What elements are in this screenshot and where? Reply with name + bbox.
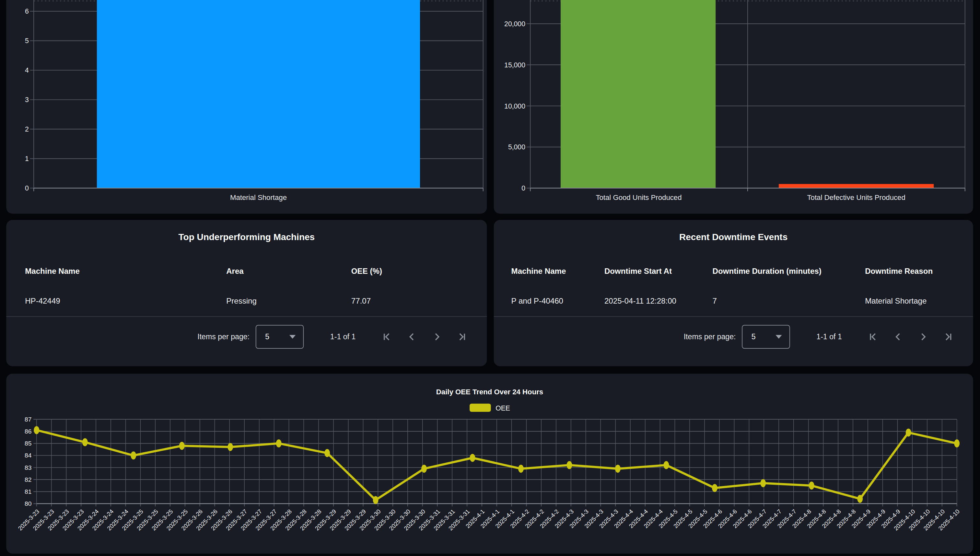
last-page-button[interactable]	[454, 329, 469, 344]
first-page-icon	[867, 330, 880, 343]
chevron-right-icon	[431, 330, 443, 343]
cell-downtime-duration: 7	[713, 297, 717, 305]
items-per-page-select[interactable]: 5	[256, 325, 304, 349]
chevron-down-icon	[776, 335, 782, 339]
items-per-page-value: 5	[265, 333, 269, 341]
first-page-button[interactable]	[380, 329, 395, 344]
oee-point[interactable]	[131, 451, 136, 459]
chevron-left-icon	[892, 330, 904, 343]
oee-point[interactable]	[470, 454, 475, 462]
col-header-downtime-duration: Downtime Duration (minutes)	[713, 267, 822, 275]
next-page-button[interactable]	[429, 329, 444, 344]
x-category-label-defective-units: Total Defective Units Produced	[748, 194, 965, 201]
svg-text:15,000: 15,000	[504, 61, 525, 69]
units-produced-chart: 05,00010,00015,00020,000	[494, 0, 973, 214]
previous-page-button[interactable]	[404, 329, 419, 344]
oee-point[interactable]	[615, 465, 621, 473]
page-range-label: 1-1 of 1	[816, 333, 842, 341]
oee-point[interactable]	[228, 443, 233, 451]
svg-text:0: 0	[521, 184, 525, 192]
oee-point[interactable]	[421, 465, 427, 473]
oee-point[interactable]	[276, 440, 281, 448]
x-category-label-good-units: Total Good Units Produced	[530, 194, 747, 201]
bar-material-shortage[interactable]	[97, 0, 420, 188]
last-page-icon	[942, 330, 954, 343]
svg-text:80: 80	[24, 500, 31, 507]
svg-text:85: 85	[24, 440, 31, 447]
cell-machine-name: HP-42449	[25, 297, 60, 305]
cell-oee: 77.07	[351, 297, 371, 305]
panel-recent-downtime-events: Recent Downtime Events Machine Name Down…	[494, 220, 973, 366]
first-page-button[interactable]	[865, 329, 880, 344]
oee-point[interactable]	[663, 461, 669, 469]
oee-point[interactable]	[179, 442, 185, 450]
table-title: Top Underperforming Machines	[6, 232, 487, 242]
panel-top-underperforming-machines: Top Underperforming Machines Machine Nam…	[6, 220, 487, 366]
next-page-button[interactable]	[915, 329, 930, 344]
oee-point[interactable]	[82, 438, 88, 446]
cell-downtime-start: 2025-04-11 12:28:00	[605, 297, 676, 305]
paginator: Items per page: 5 1-1 of 1	[197, 324, 469, 349]
svg-text:3: 3	[25, 96, 29, 103]
svg-text:5: 5	[25, 37, 29, 44]
svg-text:1: 1	[25, 155, 29, 162]
svg-text:20,000: 20,000	[504, 20, 525, 27]
oee-point[interactable]	[857, 495, 863, 503]
paginator-nav	[369, 329, 470, 344]
col-header-oee: OEE (%)	[351, 267, 382, 275]
svg-text:5,000: 5,000	[508, 143, 525, 151]
svg-text:2: 2	[25, 125, 29, 133]
svg-text:84: 84	[24, 452, 32, 459]
svg-text:0: 0	[25, 184, 29, 192]
first-page-icon	[380, 330, 393, 343]
col-header-downtime-start: Downtime Start At	[605, 267, 672, 275]
oee-point[interactable]	[954, 440, 960, 448]
x-category-label: Material Shortage	[34, 194, 483, 201]
downtime-by-reason-chart: 0123456	[6, 0, 487, 214]
chevron-left-icon	[406, 330, 418, 343]
row-divider	[6, 316, 487, 317]
col-header-downtime-reason: Downtime Reason	[865, 267, 933, 275]
oee-point[interactable]	[373, 496, 378, 504]
svg-text:6: 6	[25, 8, 29, 15]
oee-point[interactable]	[760, 479, 766, 487]
oee-point[interactable]	[906, 429, 911, 437]
bar-total-good-units[interactable]	[561, 0, 716, 188]
daily-oee-trend-chart: 80818283848586872025-3-232025-3-232025-3…	[6, 373, 973, 553]
items-per-page-label: Items per page:	[684, 333, 736, 341]
oee-point[interactable]	[34, 426, 39, 434]
oee-point[interactable]	[566, 461, 572, 469]
svg-text:82: 82	[24, 476, 31, 483]
last-page-button[interactable]	[940, 329, 956, 344]
cell-downtime-reason: Material Shortage	[865, 297, 927, 305]
items-per-page-label: Items per page:	[197, 333, 249, 341]
items-per-page-value: 5	[752, 333, 756, 341]
svg-text:87: 87	[24, 416, 31, 423]
svg-text:10,000: 10,000	[504, 102, 525, 110]
dashboard: 0123456 Material Shortage 05,00010,00015…	[0, 0, 980, 556]
oee-point[interactable]	[518, 465, 524, 473]
items-per-page-select[interactable]: 5	[742, 325, 791, 349]
bar-total-defective-units[interactable]	[779, 184, 934, 188]
last-page-icon	[456, 330, 468, 343]
col-header-machine-name: Machine Name	[25, 267, 80, 275]
paginator-nav	[855, 329, 956, 344]
previous-page-button[interactable]	[891, 329, 906, 344]
x-axis-labels: 2025-3-232025-3-232025-3-232025-3-232025…	[16, 508, 961, 532]
svg-text:81: 81	[24, 488, 31, 495]
oee-point[interactable]	[712, 484, 718, 492]
row-divider	[494, 316, 973, 317]
col-header-machine-name: Machine Name	[511, 267, 566, 275]
panel-daily-oee-trend: Daily OEE Trend Over 24 Hours OEE 808182…	[6, 373, 973, 553]
oee-point[interactable]	[809, 482, 814, 490]
table-title: Recent Downtime Events	[494, 232, 973, 242]
col-header-area: Area	[226, 267, 244, 275]
oee-point[interactable]	[324, 449, 330, 457]
chevron-down-icon	[290, 335, 296, 339]
page-range-label: 1-1 of 1	[330, 333, 356, 341]
svg-text:83: 83	[24, 464, 31, 471]
svg-text:86: 86	[24, 428, 31, 435]
panel-units-produced-chart: 05,00010,00015,00020,000 Total Good Unit…	[494, 0, 973, 214]
cell-machine-name: P and P-40460	[511, 297, 563, 305]
chevron-right-icon	[917, 330, 930, 343]
